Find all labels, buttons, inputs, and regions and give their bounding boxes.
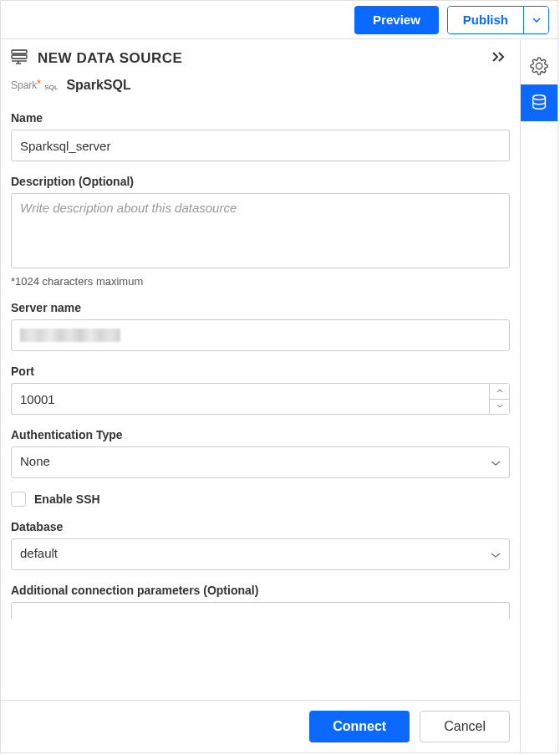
data-source-panel: NEW DATA SOURCE Spark★SQL SparkSQL Name bbox=[1, 39, 521, 752]
server-name-input[interactable] bbox=[11, 319, 510, 351]
auth-type-select[interactable]: None bbox=[11, 446, 510, 478]
server-name-redacted bbox=[20, 329, 120, 342]
chevron-down-icon bbox=[496, 404, 503, 408]
svg-rect-0 bbox=[12, 50, 27, 54]
server-name-label: Server name bbox=[11, 301, 510, 314]
database-icon bbox=[530, 94, 548, 112]
port-label: Port bbox=[11, 365, 510, 378]
data-source-icon bbox=[11, 49, 29, 68]
additional-params-input[interactable] bbox=[11, 602, 510, 619]
port-spinner bbox=[489, 383, 510, 415]
data-sources-rail-button[interactable] bbox=[521, 84, 557, 121]
caret-down-icon bbox=[532, 18, 541, 23]
panel-title: NEW DATA SOURCE bbox=[38, 50, 480, 67]
chevron-up-icon bbox=[496, 389, 503, 393]
svg-point-5 bbox=[533, 95, 546, 100]
port-step-down[interactable] bbox=[490, 400, 509, 415]
publish-button[interactable]: Publish bbox=[448, 7, 523, 33]
description-textarea[interactable] bbox=[11, 193, 510, 268]
top-toolbar: Preview Publish bbox=[1, 1, 557, 39]
preview-button[interactable]: Preview bbox=[354, 6, 439, 34]
gear-icon bbox=[530, 57, 548, 75]
connect-button[interactable]: Connect bbox=[309, 711, 410, 742]
database-select[interactable]: default bbox=[11, 538, 510, 570]
svg-rect-1 bbox=[12, 55, 27, 59]
publish-dropdown-caret[interactable] bbox=[523, 7, 548, 33]
settings-rail-button[interactable] bbox=[521, 48, 557, 84]
sparksql-logo: Spark★SQL bbox=[11, 79, 58, 91]
database-label: Database bbox=[11, 520, 510, 533]
collapse-panel-button[interactable] bbox=[488, 48, 510, 69]
description-helper: *1024 characters maximum bbox=[11, 275, 510, 288]
auth-type-label: Authentication Type bbox=[11, 428, 510, 441]
publish-button-group: Publish bbox=[447, 6, 549, 34]
additional-params-label: Additional connection parameters (Option… bbox=[11, 584, 510, 597]
enable-ssh-checkbox[interactable] bbox=[11, 492, 26, 507]
enable-ssh-label: Enable SSH bbox=[34, 492, 100, 506]
description-label: Description (Optional) bbox=[11, 175, 510, 188]
side-rail bbox=[521, 39, 557, 752]
name-label: Name bbox=[11, 111, 510, 125]
panel-footer: Connect Cancel bbox=[1, 700, 520, 752]
port-input[interactable] bbox=[11, 383, 489, 415]
db-type-name: SparkSQL bbox=[66, 78, 130, 93]
port-step-up[interactable] bbox=[490, 384, 509, 400]
cancel-button[interactable]: Cancel bbox=[420, 711, 510, 742]
chevron-double-right-icon bbox=[491, 51, 507, 63]
name-input[interactable] bbox=[11, 130, 510, 161]
